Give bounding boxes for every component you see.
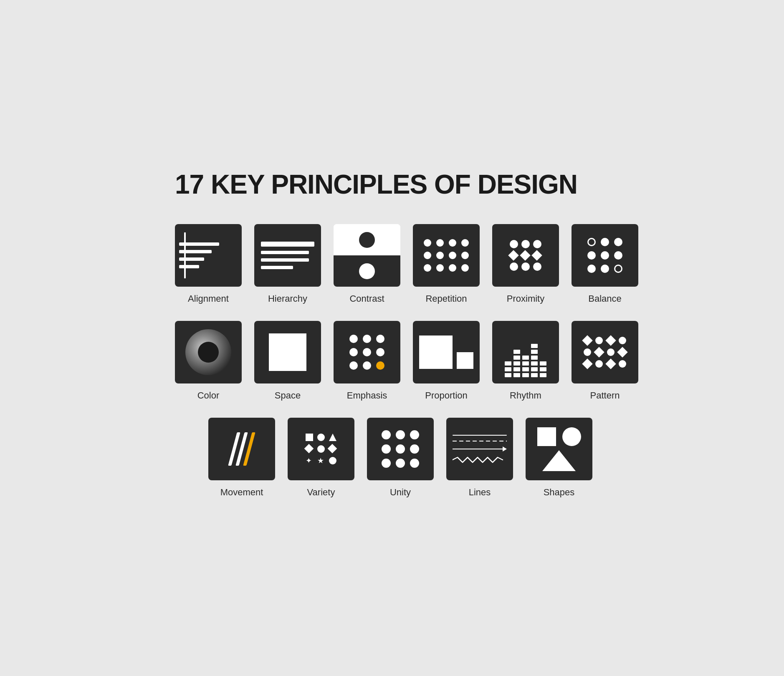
hierarchy-lines [261,242,314,269]
proximity-icon-box [492,224,559,287]
pat-shape [619,337,626,344]
principle-pattern: Pattern [572,321,638,401]
pat-shape [582,358,592,369]
repetition-dots [420,235,473,276]
em-dot [349,348,358,356]
alignment-label: Alignment [188,293,229,304]
color-donut-center [198,342,219,363]
balance-label: Balance [588,293,622,304]
rhythm-bar [505,367,511,371]
principle-space: Space [254,321,321,401]
alignment-vertical-line [184,232,186,278]
unity-label: Unity [390,487,411,498]
rhythm-col [540,361,546,377]
contrast-circle-light [359,263,375,279]
rhythm-bar [522,373,529,377]
unity-dot [410,444,419,454]
contrast-icon-box [334,224,400,287]
row-3: Movement ✦ ★ Variety [175,418,609,498]
rhythm-col [522,356,529,377]
pat-shape [619,360,626,368]
unity-dot [396,430,405,439]
bal-dot [601,265,609,273]
rhythm-bar [522,361,529,366]
line-straight-1 [453,435,507,436]
em-dot [376,348,384,356]
principle-proximity: Proximity [492,224,559,304]
principle-unity: Unity [367,418,434,498]
prox-diamond [508,250,518,260]
principle-variety: ✦ ★ Variety [288,418,354,498]
pat-shape [605,335,616,346]
rhythm-bar [513,361,520,366]
prox-dot [521,262,530,271]
rep-dot [449,264,456,272]
line-wavy-svg [453,457,507,463]
unity-dots [375,424,425,474]
bal-dot [601,251,609,260]
color-label: Color [197,390,220,401]
var-triangle [329,434,336,441]
rep-dot [449,252,456,259]
rep-dot [436,239,444,247]
prox-diamond [531,250,542,260]
rhythm-bar [531,356,538,360]
lines-icon [446,426,513,472]
principle-rhythm: Rhythm [492,321,559,401]
prox-diamond [520,250,530,260]
principle-color: Color [175,321,242,401]
prox-dot [510,240,518,248]
prox-dot [533,262,541,271]
rep-dot [424,252,431,259]
emphasis-icon-box [334,321,400,383]
principle-balance: Balance [572,224,638,304]
pat-shape [584,348,591,356]
var-diamond [328,444,337,454]
rhythm-bar [513,373,520,377]
var-circle [329,457,336,464]
movement-slashes [224,424,259,474]
pat-shape [595,337,603,344]
bal-dot [614,238,622,246]
rhythm-icon-box [492,321,559,383]
proximity-grid [503,234,548,277]
proportion-shapes [413,329,480,375]
space-label: Space [275,390,301,401]
shapes-label: Shapes [544,487,575,498]
principle-movement: Movement [208,418,275,498]
var-star: ★ [317,457,325,464]
rep-dot [424,264,431,272]
unity-icon-box [367,418,434,480]
principle-proportion: Proportion [413,321,480,401]
line-arrow [453,446,507,452]
unity-dot [410,430,419,439]
row-1: Alignment Hierarchy [175,224,609,304]
hierarchy-line-1 [261,242,314,247]
color-icon-box [175,321,242,383]
rhythm-label: Rhythm [510,390,541,401]
contrast-circle-dark [359,232,375,248]
pattern-grid [577,330,632,374]
rep-dot [436,264,444,272]
lines-label: Lines [469,487,491,498]
rhythm-col [531,344,538,377]
arrow-body [453,449,503,449]
rhythm-bar [513,356,520,360]
rhythm-bar [505,361,511,366]
space-square [269,333,306,371]
alignment-line-4 [179,265,199,268]
var-square [306,434,313,441]
bal-dot [601,238,609,246]
alignment-icon-box [175,224,242,287]
movement-icon-box [208,418,275,480]
principle-emphasis: Emphasis [334,321,400,401]
em-dot [363,335,371,343]
bal-outline [587,238,596,246]
proportion-big-square [419,335,453,369]
contrast-bottom-half [334,255,400,287]
emphasis-label: Emphasis [347,390,387,401]
unity-dot [410,459,419,468]
hierarchy-line-3 [261,258,309,262]
hierarchy-icon-box [254,224,321,287]
rep-dot [449,239,456,247]
